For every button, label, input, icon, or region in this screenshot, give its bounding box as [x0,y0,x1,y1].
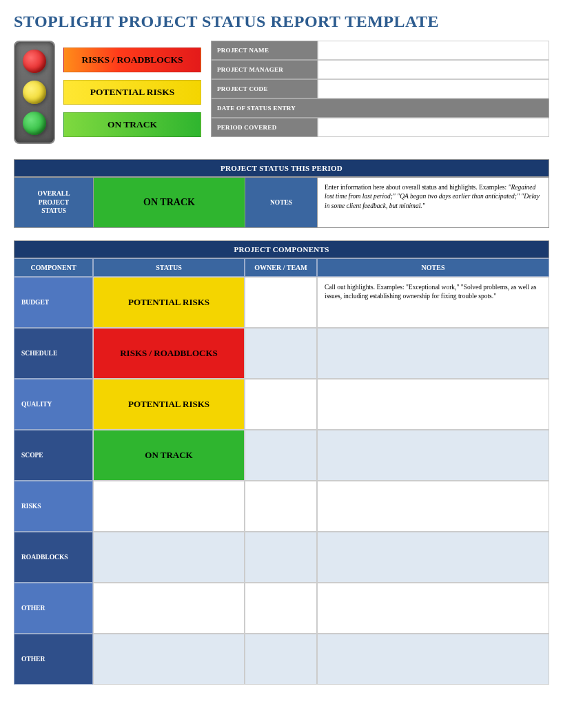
component-status[interactable]: POTENTIAL RISKS [93,379,245,430]
project-code-label: PROJECT CODE [211,79,318,98]
component-status[interactable] [93,532,245,583]
components-column-headers: COMPONENT STATUS OWNER / TEAM NOTES [14,258,549,277]
component-label: SCHEDULE [14,328,93,379]
col-owner: OWNER / TEAM [245,258,317,277]
component-status[interactable]: ON TRACK [93,430,245,481]
component-owner[interactable] [245,328,317,379]
component-label: QUALITY [14,379,93,430]
components-section: PROJECT COMPONENTS COMPONENT STATUS OWNE… [14,240,549,685]
meta-table: PROJECT NAME PROJECT MANAGER PROJECT COD… [211,41,549,137]
legend-risks: RISKS / ROADBLOCKS [63,48,201,72]
components-header: PROJECT COMPONENTS [14,240,549,258]
project-name-value[interactable] [318,41,549,60]
overall-label-l1: OVERALL [38,189,70,198]
period-covered-value[interactable] [318,118,549,137]
component-owner[interactable] [245,277,317,328]
stoplight-legend-group: RISKS / ROADBLOCKS POTENTIAL RISKS ON TR… [14,41,201,144]
project-manager-label: PROJECT MANAGER [211,60,318,79]
component-status[interactable] [93,634,245,685]
component-notes[interactable] [317,583,549,634]
overall-status-value[interactable]: ON TRACK [94,178,245,227]
component-owner[interactable] [245,430,317,481]
component-owner[interactable] [245,532,317,583]
col-notes: NOTES [317,258,549,277]
component-label: BUDGET [14,277,93,328]
component-owner[interactable] [245,379,317,430]
legend-ontrack: ON TRACK [63,112,201,137]
component-row: OTHER [14,634,549,685]
component-label: SCOPE [14,430,93,481]
component-row: BUDGETPOTENTIAL RISKSCall out highlights… [14,277,549,328]
component-notes[interactable] [317,328,549,379]
overall-label-l3: STATUS [41,207,66,215]
status-section-header: PROJECT STATUS THIS PERIOD [14,159,549,177]
component-notes[interactable] [317,481,549,532]
legend-potential: POTENTIAL RISKS [63,80,201,105]
component-label: ROADBLOCKS [14,532,93,583]
component-notes[interactable]: Call out highlights. Examples: "Exceptio… [317,277,549,328]
component-row: RISKS [14,481,549,532]
date-entry-label: DATE OF STATUS ENTRY [211,98,549,118]
component-status[interactable]: RISKS / ROADBLOCKS [93,328,245,379]
component-label: OTHER [14,634,93,685]
component-row: ROADBLOCKS [14,532,549,583]
overall-status-label: OVERALL PROJECT STATUS [14,178,94,227]
component-owner[interactable] [245,634,317,685]
component-row: OTHER [14,583,549,634]
stoplight-icon [14,41,55,144]
component-row: SCHEDULERISKS / ROADBLOCKS [14,328,549,379]
notes-label: NOTES [245,178,318,227]
overall-notes[interactable]: Enter information here about overall sta… [318,178,549,227]
green-light-icon [23,112,46,135]
overall-label-l2: PROJECT [39,198,69,207]
component-status[interactable] [93,583,245,634]
project-manager-value[interactable] [318,60,549,79]
col-status: STATUS [93,258,245,277]
component-notes[interactable] [317,430,549,481]
legend: RISKS / ROADBLOCKS POTENTIAL RISKS ON TR… [63,48,201,137]
component-notes[interactable] [317,532,549,583]
component-notes[interactable] [317,634,549,685]
period-covered-label: PERIOD COVERED [211,118,318,137]
component-status[interactable]: POTENTIAL RISKS [93,277,245,328]
col-component: COMPONENT [14,258,93,277]
red-light-icon [23,50,46,73]
component-label: OTHER [14,583,93,634]
page-title: STOPLIGHT PROJECT STATUS REPORT TEMPLATE [14,12,549,31]
component-row: SCOPEON TRACK [14,430,549,481]
component-owner[interactable] [245,481,317,532]
component-owner[interactable] [245,583,317,634]
component-label: RISKS [14,481,93,532]
yellow-light-icon [23,81,46,104]
status-row: OVERALL PROJECT STATUS ON TRACK NOTES En… [14,177,549,228]
notes-text: Enter information here about overall sta… [325,184,508,191]
component-status[interactable] [93,481,245,532]
top-section: RISKS / ROADBLOCKS POTENTIAL RISKS ON TR… [14,41,549,144]
project-code-value[interactable] [318,79,549,98]
component-notes[interactable] [317,379,549,430]
component-row: QUALITYPOTENTIAL RISKS [14,379,549,430]
project-name-label: PROJECT NAME [211,41,318,60]
